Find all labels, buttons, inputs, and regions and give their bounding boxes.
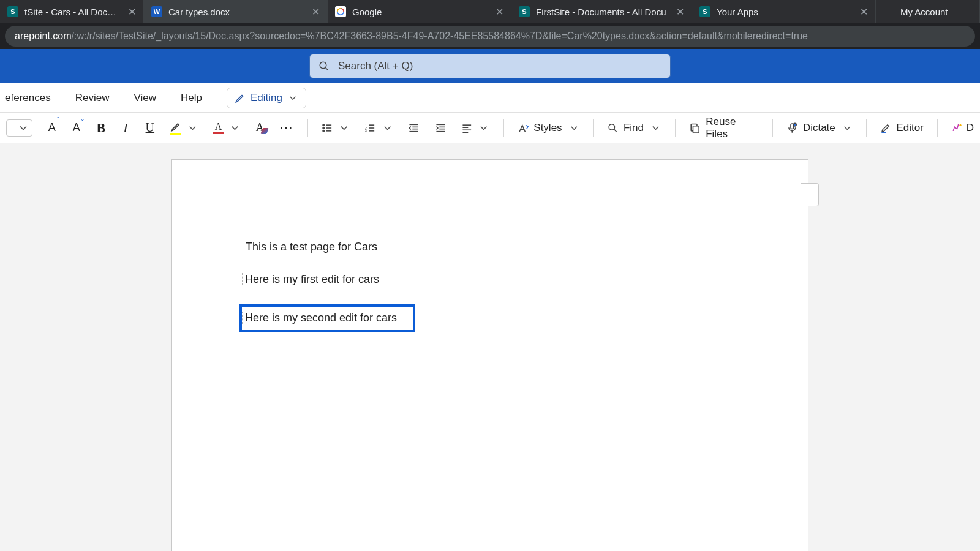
increase-indent-button[interactable] (432, 119, 449, 137)
dictate-label: Dictate (803, 122, 835, 134)
editor-button[interactable]: Editor (878, 119, 925, 137)
find-button[interactable]: Find (605, 119, 664, 137)
close-icon[interactable]: ✕ (674, 6, 685, 18)
document-paragraph[interactable]: Here is my first edit for cars (246, 272, 734, 287)
bullets-button[interactable] (319, 119, 353, 137)
search-input[interactable]: Search (Alt + Q) (309, 54, 671, 78)
text-cursor (358, 325, 358, 336)
chevron-down-icon (568, 122, 580, 134)
chevron-down-icon (338, 122, 350, 134)
browser-tab[interactable]: S Your Apps ✕ (692, 0, 876, 23)
url-input[interactable]: arepoint.com/:w:/r/sites/TestSite/_layou… (5, 26, 975, 47)
styles-icon (518, 122, 529, 134)
decrease-indent-button[interactable] (405, 119, 422, 137)
separator (675, 119, 676, 137)
editor-label: Editor (896, 122, 923, 134)
svg-point-5 (323, 127, 324, 128)
chevron-down-icon (650, 122, 662, 134)
font-size-dropdown[interactable] (4, 117, 35, 139)
svg-point-7 (323, 130, 324, 131)
font-color-button[interactable]: A (211, 119, 243, 137)
editing-mode-label: Editing (251, 92, 282, 104)
ribbon-tabs: eferences Review View Help Editing (0, 83, 980, 113)
highlighter-icon (170, 121, 182, 133)
italic-button[interactable]: I (118, 118, 133, 138)
dictate-button[interactable]: Dictate (784, 119, 855, 137)
search-icon (607, 122, 619, 134)
sharepoint-icon: S (7, 6, 18, 17)
chevron-down-icon (478, 122, 489, 134)
browser-tab[interactable]: S FirstSite - Documents - All Docu ✕ (511, 0, 692, 23)
ribbon-tab-view[interactable]: View (130, 89, 160, 107)
ribbon-tab-help[interactable]: Help (177, 89, 206, 107)
highlight-button[interactable] (167, 118, 201, 138)
browser-tab-active[interactable]: W Car types.docx ✕ (144, 0, 328, 23)
close-icon[interactable]: ✕ (126, 6, 137, 18)
chevron-down-icon (287, 92, 298, 103)
svg-text:3: 3 (365, 129, 367, 132)
svg-rect-31 (693, 126, 699, 132)
browser-address-bar: arepoint.com/:w:/r/sites/TestSite/_layou… (0, 23, 980, 49)
editor-icon (880, 122, 891, 134)
svg-point-28 (609, 124, 614, 129)
browser-tab[interactable]: S tSite - Cars - All Documents ✕ (0, 0, 144, 23)
bullets-icon (322, 122, 333, 134)
reuse-label: Reuse Files (706, 116, 759, 140)
styles-button[interactable]: Styles (515, 119, 582, 137)
selection-highlight: Here is my second edit for cars (239, 304, 415, 332)
shrink-font-button[interactable]: A (69, 119, 84, 137)
align-left-icon (461, 122, 473, 134)
ribbon-toolbar: A A B I U A A ⋯ 123 Styles Find (0, 113, 980, 143)
more-formatting-button[interactable]: ⋯ (277, 118, 296, 138)
close-icon[interactable]: ✕ (858, 6, 869, 18)
document-page[interactable]: This is a test page for Cars Here is my … (172, 159, 809, 551)
browser-tab[interactable]: My Account ✕ (876, 0, 980, 23)
editing-mode-button[interactable]: Editing (227, 88, 306, 108)
google-icon (335, 6, 346, 17)
find-label: Find (624, 122, 644, 134)
svg-point-3 (323, 124, 324, 125)
underline-button[interactable]: U (143, 118, 157, 137)
separator (866, 119, 867, 137)
document-canvas[interactable]: This is a test page for Cars Here is my … (0, 143, 980, 551)
ribbon-tab-references[interactable]: eferences (1, 89, 55, 107)
chevron-down-icon (842, 122, 853, 134)
ribbon-tab-review[interactable]: Review (72, 89, 113, 107)
reuse-files-button[interactable]: Reuse Files (687, 113, 762, 143)
indent-icon (435, 122, 447, 134)
designer-button[interactable]: D (949, 119, 976, 137)
chevron-down-icon (382, 122, 393, 134)
document-paragraph[interactable]: Here is my second edit for cars (246, 304, 734, 332)
url-host: arepoint.com (15, 31, 72, 42)
bold-button[interactable]: B (94, 118, 108, 138)
svg-point-36 (959, 124, 961, 126)
close-icon[interactable]: ✕ (310, 6, 321, 18)
tab-title: Google (352, 7, 488, 17)
url-path: /:w:/r/sites/TestSite/_layouts/15/Doc.as… (72, 31, 808, 42)
microsoft-icon (883, 6, 894, 17)
search-placeholder: Search (Alt + Q) (338, 60, 413, 72)
sparkle-icon (951, 122, 963, 134)
document-paragraph[interactable]: This is a test page for Cars (246, 239, 734, 255)
sharepoint-icon: S (519, 6, 530, 17)
word-icon: W (151, 6, 162, 17)
clear-formatting-button[interactable]: A (252, 119, 267, 137)
outdent-icon (408, 122, 420, 134)
sharepoint-icon: S (699, 6, 710, 17)
numbering-button[interactable]: 123 (362, 119, 396, 137)
ruler-handle[interactable] (801, 183, 819, 206)
search-icon (318, 61, 330, 72)
microphone-icon (786, 122, 798, 134)
align-dropdown[interactable] (459, 119, 492, 137)
grow-font-button[interactable]: A (45, 119, 59, 137)
pencil-icon (235, 92, 246, 103)
numbering-icon: 123 (364, 122, 376, 134)
chevron-down-icon (187, 122, 198, 134)
svg-line-2 (325, 67, 328, 70)
separator (772, 119, 773, 137)
tab-title: FirstSite - Documents - All Docu (536, 7, 668, 17)
close-icon[interactable]: ✕ (494, 6, 505, 18)
tab-title: tSite - Cars - All Documents (24, 7, 120, 17)
browser-tabs-bar: S tSite - Cars - All Documents ✕ W Car t… (0, 0, 980, 23)
browser-tab[interactable]: Google ✕ (328, 0, 511, 23)
